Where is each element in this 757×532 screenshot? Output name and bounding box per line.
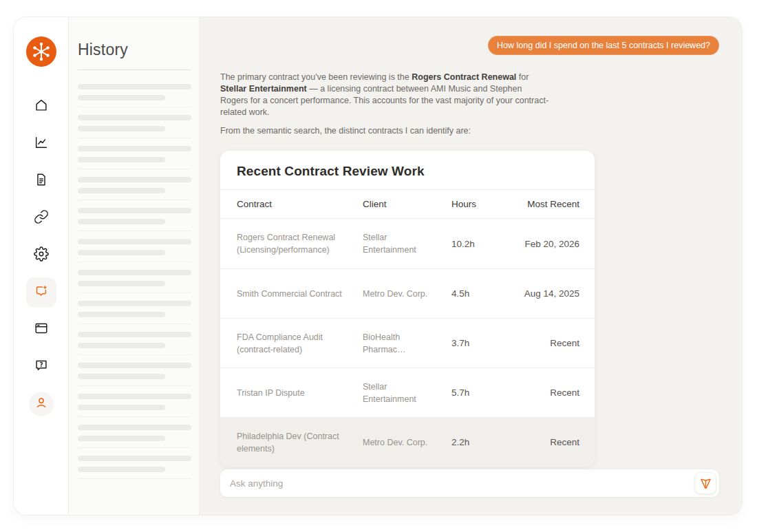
cell-hours: 4.5h [451,288,511,299]
history-placeholder-item[interactable] [78,84,191,107]
browser-window-icon [34,321,49,339]
skeleton-bar [78,177,191,182]
sidebar-item-ai-chat[interactable] [26,277,56,308]
sidebar-item-home[interactable] [26,92,56,122]
skeleton-bar [78,146,191,151]
cell-client: BioHealth Pharmac… [363,331,451,356]
cell-most-recent: Feb 20, 2026 [511,239,579,249]
cell-client: Metro Dev. Corp. [363,288,451,300]
sidebar-item-documents[interactable] [26,166,56,196]
person-icon [34,395,49,413]
gear-icon [34,246,49,264]
skeleton-bar [78,126,165,131]
history-placeholder-item[interactable] [78,363,191,386]
chart-icon [34,135,49,153]
table-row[interactable]: Tristan IP Dispute Stellar Entertainment… [220,368,595,417]
cell-contract: Tristan IP Dispute [237,387,363,399]
history-placeholder-list [78,84,191,479]
cell-client: Metro Dev. Corp. [363,436,451,449]
sidebar-item-settings[interactable] [26,240,56,270]
table-row[interactable]: Rogers Contract Renewal (Licensing/perfo… [220,219,595,268]
sidebar-item-browser[interactable] [26,315,56,345]
divider [78,416,191,417]
skeleton-bar [78,95,165,100]
skeleton-bar [78,270,191,275]
skeleton-bar [78,157,165,162]
sidebar-nav: ? [26,92,56,382]
cell-most-recent: Recent [511,387,579,398]
svg-text:?: ? [39,361,43,368]
cell-contract: FDA Compliance Audit (contract-related) [237,331,363,356]
user-message-bubble: How long did I spend on the last 5 contr… [488,36,719,55]
cell-client: Stellar Entertainment [363,381,451,405]
history-placeholder-item[interactable] [78,332,191,355]
app-logo-icon[interactable] [26,36,56,67]
chat-sparkle-icon [34,284,49,301]
history-placeholder-item[interactable] [78,270,191,293]
user-avatar[interactable] [29,392,54,416]
response-paragraph: From the semantic search, the distinct c… [220,125,549,137]
history-placeholder-item[interactable] [78,239,191,262]
history-placeholder-item[interactable] [78,177,191,200]
table-row[interactable]: FDA Compliance Audit (contract-related) … [220,318,595,368]
skeleton-bar [78,425,191,430]
cell-contract: Philadelphia Dev (Contract elements) [237,430,363,455]
send-plane-icon [699,476,712,491]
history-placeholder-item[interactable] [78,394,191,417]
history-placeholder-item[interactable] [78,208,191,231]
message-input-bar[interactable]: Ask anything [220,469,719,497]
column-header-contract: Contract [237,199,363,209]
contract-table-card: Recent Contract Review Work Contract Cli… [220,151,595,467]
sidebar-item-help[interactable]: ? [26,352,56,382]
skeleton-bar [78,332,191,337]
table-header: Contract Client Hours Most Recent [220,190,595,219]
cell-hours: 3.7h [451,338,511,348]
column-header-most-recent: Most Recent [511,199,579,209]
send-button[interactable] [694,472,716,494]
assistant-response: The primary contract you've been reviewi… [220,72,549,137]
history-panel: History [69,17,200,515]
divider [78,70,191,70]
column-header-client: Client [363,199,451,209]
divider [78,292,191,293]
help-chat-icon: ? [34,358,49,376]
cell-most-recent: Aug 14, 2025 [511,288,579,299]
history-placeholder-item[interactable] [78,456,191,479]
skeleton-bar [78,115,191,120]
skeleton-bar [78,281,165,286]
divider [78,107,191,107]
table-row[interactable]: Philadelphia Dev (Contract elements) Met… [220,417,595,467]
app-window: ? History [14,17,742,515]
divider [78,447,191,448]
divider [78,354,191,355]
document-icon [34,172,49,190]
link-icon [34,209,49,227]
cell-contract: Smith Commercial Contract [237,288,363,300]
skeleton-bar [78,405,165,410]
history-placeholder-item[interactable] [78,146,191,169]
card-title: Recent Contract Review Work [220,151,595,190]
message-input[interactable]: Ask anything [230,478,283,489]
cell-most-recent: Recent [511,437,579,447]
history-placeholder-item[interactable] [78,425,191,448]
divider [78,262,191,262]
divider [78,200,191,200]
skeleton-bar [78,456,191,461]
skeleton-bar [78,374,165,379]
skeleton-bar [78,208,191,213]
divider [78,323,191,324]
cell-hours: 10.2h [451,239,511,249]
cell-hours: 5.7h [451,387,511,398]
skeleton-bar [78,301,191,306]
history-placeholder-item[interactable] [78,301,191,324]
skeleton-bar [78,394,191,399]
skeleton-bar [78,250,165,255]
table-row[interactable]: Smith Commercial Contract Metro Dev. Cor… [220,268,595,318]
skeleton-bar [78,188,165,193]
history-placeholder-item[interactable] [78,115,191,138]
history-title: History [78,41,191,59]
sidebar-item-links[interactable] [26,203,56,233]
divider [78,169,191,169]
sidebar-item-analytics[interactable] [26,129,56,159]
skeleton-bar [78,239,191,244]
